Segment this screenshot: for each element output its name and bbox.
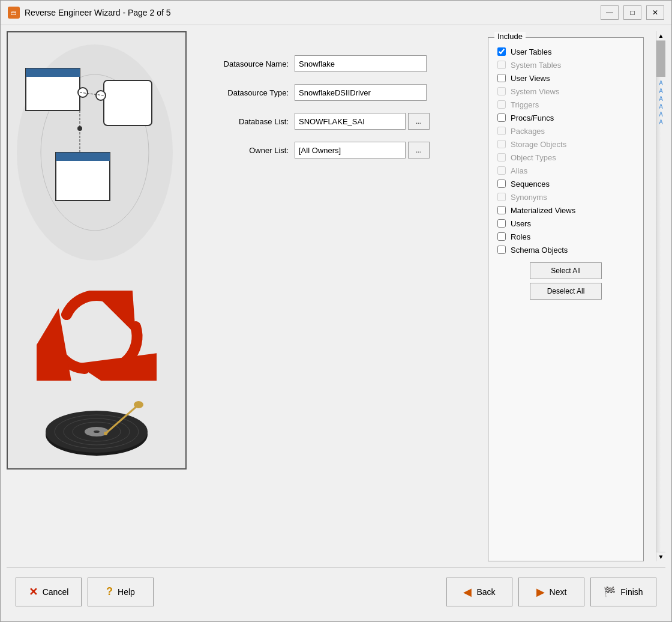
scrollbar-track[interactable]: A A A A A A — [656, 41, 665, 552]
db-diagram-svg — [8, 32, 182, 285]
cancel-button[interactable]: ✕ Cancel — [16, 578, 82, 606]
checkbox-label-3: System Views — [511, 87, 559, 96]
svg-point-6 — [96, 91, 106, 100]
checkbox-label-10: Sequences — [511, 180, 550, 189]
cancel-label: Cancel — [43, 587, 69, 597]
checkbox-users[interactable] — [497, 219, 506, 228]
datasource-name-row: Datasource Name: — [193, 55, 476, 72]
finish-label: Finish — [620, 587, 643, 597]
checkbox-synonyms — [497, 193, 506, 201]
checkbox-row-9: Alias — [497, 164, 634, 177]
title-bar-left: 🗃 Reverse Engineer Wizard - Page 2 of 5 — [8, 7, 171, 19]
checkbox-row-14: Roles — [497, 230, 634, 243]
checkbox-row-7: Storage Objects — [497, 137, 634, 151]
owner-list-label: Owner List: — [193, 146, 289, 155]
checkbox-label-0: User Tables — [511, 47, 551, 56]
bottom-left-buttons: ✕ Cancel ? Help — [16, 578, 154, 606]
svg-point-21 — [134, 401, 143, 408]
checkbox-object-types — [497, 153, 506, 162]
finish-button[interactable]: 🏁 Finish — [590, 578, 656, 606]
checkbox-sequences[interactable] — [497, 180, 506, 188]
bottom-bar: ✕ Cancel ? Help ◀ Back ▶ Next 🏁 — [7, 567, 665, 615]
svg-point-22 — [104, 432, 107, 435]
bottom-right-buttons: ◀ Back ▶ Next 🏁 Finish — [446, 578, 656, 606]
include-buttons: Select All Deselect All — [497, 262, 634, 300]
disk-area — [8, 387, 185, 470]
scroll-up-button[interactable]: ▲ — [656, 31, 665, 41]
checkbox-user-views[interactable] — [497, 74, 506, 82]
checkbox-roles[interactable] — [497, 232, 506, 241]
checkbox-procs/funcs[interactable] — [497, 113, 506, 122]
checkbox-label-1: System Tables — [511, 61, 561, 70]
checkbox-system-tables — [497, 61, 506, 69]
svg-rect-3 — [26, 68, 80, 77]
title-bar: 🗃 Reverse Engineer Wizard - Page 2 of 5 … — [1, 1, 671, 25]
close-button[interactable]: ✕ — [646, 5, 664, 20]
checkbox-row-2: User Views — [497, 71, 634, 85]
svg-rect-4 — [104, 80, 152, 125]
svg-point-19 — [94, 430, 100, 433]
next-icon: ▶ — [536, 585, 545, 599]
svg-point-11 — [77, 126, 82, 131]
next-label: Next — [550, 587, 567, 597]
scroll-down-button[interactable]: ▼ — [656, 552, 665, 561]
database-list-browse-button[interactable]: ... — [408, 113, 430, 130]
owner-list-browse-button[interactable]: ... — [408, 142, 430, 159]
datasource-name-input[interactable] — [295, 55, 427, 72]
back-label: Back — [476, 587, 495, 597]
checkbox-row-6: Packages — [497, 124, 634, 137]
checkbox-triggers — [497, 100, 506, 109]
checkbox-user-tables[interactable] — [497, 47, 506, 56]
disk-svg — [37, 393, 157, 465]
checkbox-label-14: Roles — [511, 232, 530, 241]
app-icon: 🗃 — [8, 7, 20, 19]
checkbox-label-7: Storage Objects — [511, 140, 566, 149]
right-scrollbar[interactable]: ▲ A A A A A A ▼ — [656, 31, 665, 561]
maximize-button[interactable]: □ — [623, 5, 641, 20]
deselect-all-button[interactable]: Deselect All — [530, 283, 602, 300]
help-button[interactable]: ? Help — [88, 578, 154, 606]
checkbox-row-4: Triggers — [497, 98, 634, 111]
checkbox-label-11: Synonyms — [511, 193, 547, 202]
next-button[interactable]: ▶ Next — [518, 578, 584, 606]
checkbox-row-5: Procs/Funcs — [497, 111, 634, 124]
checkbox-row-12: Materialized Views — [497, 204, 634, 217]
scrollbar-thumb[interactable] — [656, 41, 665, 77]
checkbox-schema-objects[interactable] — [497, 246, 506, 254]
minimize-button[interactable]: — — [601, 5, 619, 20]
scrollbar-letters: A A A A A A — [656, 80, 665, 125]
back-button[interactable]: ◀ Back — [446, 578, 512, 606]
owner-list-input[interactable] — [295, 142, 406, 159]
window-title: Reverse Engineer Wizard - Page 2 of 5 — [25, 8, 171, 17]
datasource-name-label: Datasource Name: — [193, 59, 289, 68]
checkbox-label-6: Packages — [511, 127, 545, 136]
checkbox-row-10: Sequences — [497, 177, 634, 190]
select-all-button[interactable]: Select All — [530, 262, 602, 279]
cancel-icon: ✕ — [29, 585, 38, 599]
illustration-panel — [7, 31, 187, 470]
diagram-area — [8, 32, 185, 285]
owner-list-row: Owner List: ... — [193, 142, 476, 159]
red-arrows-svg — [37, 291, 157, 381]
help-label: Help — [118, 587, 135, 597]
datasource-type-input[interactable] — [295, 84, 427, 101]
datasource-type-row: Datasource Type: — [193, 84, 476, 101]
database-list-input[interactable] — [295, 113, 406, 130]
database-list-row: Database List: ... — [193, 113, 476, 130]
finish-icon: 🏁 — [604, 586, 616, 597]
svg-point-5 — [78, 88, 88, 97]
checkbox-row-0: User Tables — [497, 45, 634, 58]
main-window: 🗃 Reverse Engineer Wizard - Page 2 of 5 … — [0, 0, 672, 622]
checkbox-label-8: Object Types — [511, 153, 556, 162]
checkbox-packages — [497, 127, 506, 135]
database-list-group: ... — [295, 113, 430, 130]
include-legend: Include — [494, 32, 526, 41]
checkbox-label-5: Procs/Funcs — [511, 113, 554, 122]
right-area: Datasource Name: Datasource Type: Databa… — [193, 31, 665, 561]
checkbox-materialized-views[interactable] — [497, 206, 506, 214]
datasource-type-label: Datasource Type: — [193, 88, 289, 97]
database-list-label: Database List: — [193, 117, 289, 126]
main-area: Datasource Name: Datasource Type: Databa… — [7, 31, 665, 561]
title-controls: — □ ✕ — [601, 5, 664, 20]
checkbox-row-15: Schema Objects — [497, 243, 634, 256]
